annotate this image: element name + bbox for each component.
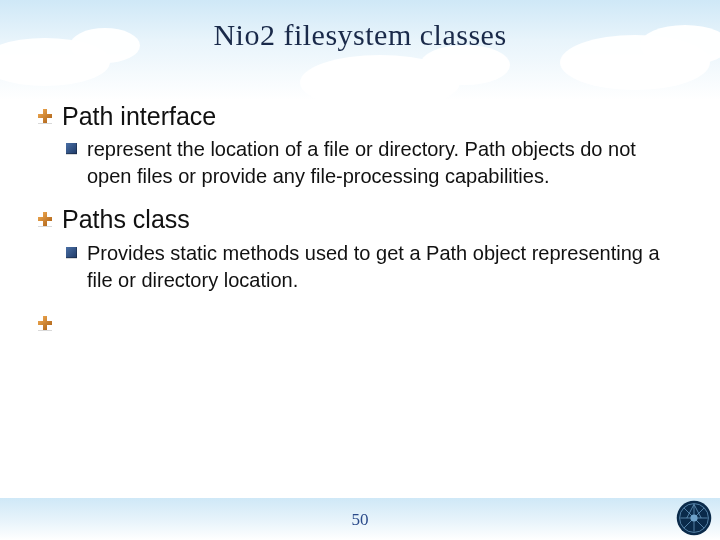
university-seal-icon: [676, 500, 712, 536]
list-item-label: Paths class: [62, 204, 190, 235]
page-number: 50: [0, 510, 720, 530]
square-icon: [66, 247, 77, 258]
slide-title: Nio2 filesystem classes: [0, 18, 720, 52]
list-subitem: represent the location of a file or dire…: [66, 136, 682, 190]
list-subitem-text: represent the location of a file or dire…: [87, 136, 682, 190]
plus-icon: [38, 316, 52, 330]
square-icon: [66, 143, 77, 154]
list-item: [38, 308, 682, 330]
plus-icon: [38, 109, 52, 123]
list-subitem-text: Provides static methods used to get a Pa…: [87, 240, 682, 294]
list-item-label: Path interface: [62, 101, 216, 132]
list-item: Path interface: [38, 101, 682, 132]
slide-content: Path interface represent the location of…: [38, 95, 682, 334]
list-item: Paths class: [38, 204, 682, 235]
plus-icon: [38, 212, 52, 226]
list-subitem: Provides static methods used to get a Pa…: [66, 240, 682, 294]
svg-point-8: [690, 514, 697, 521]
